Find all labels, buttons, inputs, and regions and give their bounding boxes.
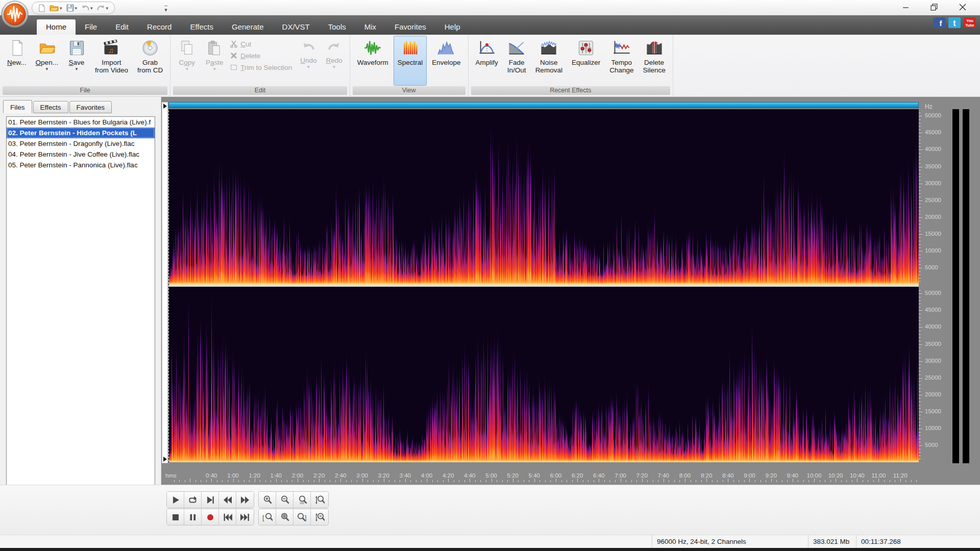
open--button[interactable]: Open...▾ — [32, 36, 62, 86]
tempo-change-button[interactable]: Tempo Change — [605, 36, 638, 86]
overview-position-bar[interactable] — [168, 102, 919, 108]
freq-tick — [919, 408, 921, 409]
tab-help[interactable]: Help — [435, 19, 470, 35]
zoom-vertical-out-button[interactable] — [311, 509, 328, 525]
qat-redo-button[interactable]: ▾ — [96, 4, 110, 12]
zoom-100-button[interactable]: 100 — [293, 492, 311, 508]
qat-open-button[interactable]: ▾ — [48, 4, 63, 12]
spectral-button[interactable]: Spectral — [394, 36, 427, 86]
freq-tick — [919, 207, 921, 208]
twitter-icon[interactable]: t — [948, 17, 961, 28]
qat-open-dropdown-caret[interactable]: ▾ — [60, 6, 62, 11]
envelope-button[interactable]: Envelope — [428, 36, 464, 86]
zoom-out-button[interactable] — [276, 492, 293, 508]
file-list-item[interactable]: 03. Peter Bernstein - Dragonfly (Live).f… — [7, 138, 155, 149]
freq-tick — [919, 388, 921, 389]
panel-tab-files[interactable]: Files — [3, 100, 32, 113]
go-start-button[interactable] — [219, 509, 236, 525]
play-button[interactable] — [167, 492, 184, 508]
qat-customize-button[interactable]: –▾ — [164, 3, 167, 12]
facebook-icon[interactable]: f — [933, 17, 945, 28]
dropdown-caret-icon[interactable]: ▾ — [76, 67, 78, 71]
undo-icon — [81, 5, 89, 12]
ruler-tick — [185, 480, 185, 482]
zoom-in-button[interactable] — [259, 492, 276, 508]
playhead-cursor[interactable] — [168, 109, 169, 463]
trim-to-selection-button: Trim to Selection — [230, 63, 292, 71]
play-next-button[interactable] — [202, 492, 219, 508]
freq-tick — [919, 307, 921, 308]
tab-effects[interactable]: Effects — [181, 19, 223, 35]
forward-button[interactable] — [236, 492, 254, 508]
amplify-button[interactable]: Amplify — [472, 36, 502, 86]
tab-home[interactable]: Home — [37, 19, 76, 35]
view-end-marker-icon[interactable] — [163, 457, 167, 462]
spectrogram-channel-1[interactable] — [168, 109, 919, 285]
view-start-marker-icon[interactable] — [163, 104, 167, 109]
youtube-icon[interactable]: YouTube — [964, 17, 976, 28]
close-button[interactable] — [948, 0, 977, 14]
ruler-label: 3:40 — [400, 472, 411, 479]
file-list-item[interactable]: 05. Peter Bernstein - Pannonica (Live).f… — [7, 160, 155, 170]
freq-tick — [919, 293, 922, 294]
noise-removal-button[interactable]: Noise Removal — [531, 36, 567, 86]
tab-tools[interactable]: Tools — [319, 19, 355, 35]
go-end-button[interactable] — [236, 509, 254, 525]
ruler-tick — [594, 480, 594, 482]
zoom-vertical-in-button[interactable] — [311, 492, 328, 508]
tab-edit[interactable]: Edit — [106, 19, 138, 35]
tab-file[interactable]: File — [76, 19, 106, 35]
zoom-selection-start-button[interactable]: [ — [259, 509, 276, 525]
qat-redo-dropdown-caret[interactable]: ▾ — [106, 6, 109, 11]
tab-record[interactable]: Record — [138, 19, 181, 35]
tab-generate[interactable]: Generate — [223, 19, 273, 35]
file-list-item[interactable]: 02. Peter Bernstein - Hidden Pockets (L — [7, 128, 155, 138]
file-list-item[interactable]: 04. Peter Bernstein - Jive Coffee (Live)… — [7, 149, 155, 160]
panel-tab-effects[interactable]: Effects — [33, 101, 68, 113]
save-button[interactable]: Save▾ — [63, 36, 90, 86]
maximize-button[interactable] — [920, 0, 948, 14]
qat-save-button[interactable]: ▾ — [65, 4, 79, 12]
minimize-button[interactable] — [891, 0, 920, 14]
record-button[interactable] — [202, 509, 219, 525]
save-floppy-icon — [67, 39, 86, 57]
zoom-to-selection-button[interactable] — [276, 509, 293, 525]
file-list-item[interactable]: 01. Peter Bernstein - Blues for Bulgaria… — [7, 117, 155, 128]
pause-button[interactable] — [184, 509, 202, 525]
qat-undo-button[interactable]: ▾ — [80, 4, 94, 12]
tab-mix[interactable]: Mix — [355, 19, 385, 35]
new--button[interactable]: New... — [3, 36, 31, 86]
panel-tab-favorites[interactable]: Favorites — [69, 101, 112, 113]
freq-label: 15000 — [925, 408, 941, 414]
ruler-tick — [572, 480, 573, 482]
spectrogram-channel-2[interactable] — [168, 287, 919, 462]
loop-button[interactable] — [184, 492, 202, 508]
grab-from-cd-button[interactable]: Grab from CD — [133, 36, 167, 86]
qat-new-document-button[interactable] — [37, 4, 46, 13]
dropdown-caret-icon: ▾ — [186, 67, 188, 71]
freq-label: 15000 — [925, 231, 941, 237]
stop-button[interactable] — [167, 509, 184, 525]
ruler-label: 4:00 — [421, 472, 432, 479]
ruler-tick — [588, 480, 589, 482]
ruler-tick — [626, 480, 626, 482]
equalizer-button[interactable]: Equalizer — [568, 36, 604, 86]
import-from-video-button[interactable]: ♫Import from Video — [91, 36, 132, 86]
delete-silence-button[interactable]: Delete Silence — [639, 36, 669, 86]
tab-dx-vst[interactable]: DX/VST — [273, 19, 319, 35]
waveform-button[interactable]: Waveform — [353, 36, 393, 86]
qat-undo-dropdown-caret[interactable]: ▾ — [90, 6, 93, 11]
freq-label: 30000 — [925, 358, 941, 364]
freq-tick — [919, 197, 921, 197]
zoom-selection-end-button[interactable]: ] — [293, 509, 311, 525]
fade-in-out-button[interactable]: Fade In/Out — [503, 36, 530, 86]
ruler-tick — [728, 479, 728, 482]
rewind-button[interactable] — [219, 492, 236, 508]
status-length: 00:11:37.268 — [856, 535, 980, 548]
tab-favorites[interactable]: Favorites — [385, 19, 435, 35]
app-logo-button[interactable] — [1, 1, 29, 28]
transport-row-1 — [166, 491, 254, 508]
qat-save-dropdown-caret[interactable]: ▾ — [75, 6, 78, 11]
freq-tick — [919, 160, 921, 160]
dropdown-caret-icon[interactable]: ▾ — [45, 67, 48, 71]
